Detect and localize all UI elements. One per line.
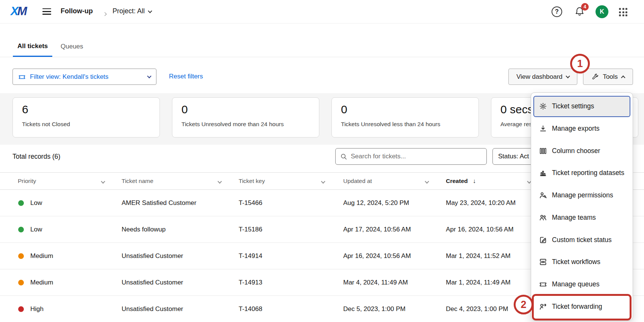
chevron-down-icon[interactable]	[321, 179, 325, 183]
column-header-created[interactable]: Created	[446, 173, 468, 189]
filter-view-label: Filter view: Kendall's tickets	[30, 73, 108, 81]
notification-badge: 4	[581, 3, 589, 11]
cell-created: Apr 16, 2024, 10:56 AM	[446, 226, 514, 233]
columns-icon	[539, 147, 547, 155]
tabs-bar: All tickets Queues	[0, 36, 644, 57]
top-bar: XM Follow-up Project: All ? 4 K	[0, 0, 644, 23]
column-header-ticket-name[interactable]: Ticket name	[122, 173, 153, 189]
priority-dot	[18, 306, 24, 312]
column-header-ticket-key[interactable]: Ticket key	[239, 173, 265, 189]
cell-ticket-name: AMER Satisfied Customer	[122, 199, 196, 207]
menu-item-manage-queues[interactable]: Manage queues	[533, 274, 630, 295]
stat-label: Tickets Unresolved more than 24 hours	[181, 121, 310, 128]
chevron-down-icon[interactable]	[425, 179, 429, 183]
menu-item-ticket-workflows[interactable]: Ticket workflows	[533, 252, 630, 273]
cell-created: Dec 4, 2023, 1:00 PM	[446, 305, 508, 313]
cell-created: Mar 1, 2024, 11:49 AM	[446, 279, 511, 286]
app-window: XM Follow-up Project: All ? 4 K All tick…	[0, 0, 644, 322]
stat-value: 6	[22, 103, 150, 116]
search-box	[335, 148, 487, 165]
gear-icon	[539, 102, 547, 111]
chevron-down-icon[interactable]	[217, 179, 222, 183]
cell-updated-at: Dec 5, 2023, 1:00 PM	[343, 305, 405, 313]
menu-item-manage-teams[interactable]: Manage teams	[533, 207, 630, 228]
menu-item-label: Ticket reporting datasets	[552, 169, 624, 177]
chevron-up-icon	[621, 75, 625, 80]
cell-created: Mar 1, 2024, 11:52 AM	[446, 252, 511, 260]
apps-grid-icon[interactable]	[619, 8, 627, 16]
tools-menu: Ticket settings Manage exports Column ch…	[531, 92, 633, 320]
menu-item-ticket-reporting-datasets[interactable]: Ticket reporting datasets	[533, 163, 630, 184]
person-arrow-icon	[539, 302, 547, 311]
view-dashboard-button[interactable]: View dashboard	[508, 69, 577, 85]
ticket-icon	[539, 280, 547, 288]
annotation-step-1: 1	[570, 54, 590, 73]
stat-card-unresolved-less-24h: 0 Tickets Unresolved less than 24 hours	[331, 97, 479, 138]
menu-item-manage-permissions[interactable]: Manage permissions	[533, 185, 630, 206]
avatar-initial: K	[600, 8, 604, 15]
chevron-down-icon	[148, 9, 152, 13]
menu-item-label: Manage exports	[552, 125, 600, 133]
chevron-down-icon	[566, 74, 570, 78]
question-icon: ?	[555, 8, 559, 15]
tools-button[interactable]: Tools	[583, 69, 633, 85]
tab-queues[interactable]: Queues	[56, 36, 88, 57]
filter-view-dropdown[interactable]: Filter view: Kendall's tickets	[13, 69, 156, 85]
menu-item-label: Ticket settings	[552, 102, 594, 110]
wrench-icon	[591, 73, 599, 81]
priority-dot	[18, 253, 24, 259]
stat-label: Tickets not Closed	[22, 121, 150, 128]
search-input[interactable]	[351, 153, 482, 160]
menu-item-ticket-settings[interactable]: Ticket settings	[533, 96, 630, 117]
breadcrumb-project-selector[interactable]: Project: All	[113, 7, 152, 15]
ticket-icon	[18, 73, 26, 81]
search-icon	[340, 153, 347, 160]
cell-priority: Low	[30, 199, 42, 207]
stat-card-not-closed: 6 Tickets not Closed	[13, 97, 160, 138]
tab-all-tickets[interactable]: All tickets	[13, 36, 52, 57]
stat-value: 0	[341, 103, 469, 116]
cell-ticket-name: Needs followup	[122, 226, 166, 233]
cell-ticket-key: T-14913	[239, 279, 262, 286]
reset-filters-link[interactable]: Reset filters	[169, 73, 203, 80]
cell-updated-at: Mar 4, 2024, 11:49 AM	[343, 279, 408, 286]
column-header-priority[interactable]: Priority	[18, 173, 36, 189]
bar-chart-icon	[539, 169, 547, 177]
stat-card-unresolved-more-24h: 0 Tickets Unresolved more than 24 hours	[172, 97, 319, 138]
cell-priority: Medium	[30, 279, 53, 286]
xm-logo[interactable]: XM	[11, 5, 26, 18]
cell-updated-at: Apr 16, 2024, 10:56 AM	[343, 252, 411, 260]
breadcrumb-section[interactable]: Follow-up	[61, 7, 93, 15]
chevron-right-icon	[103, 10, 106, 17]
cell-ticket-key: T-14914	[239, 252, 262, 260]
notifications-button[interactable]: 4	[574, 6, 586, 17]
people-icon	[539, 213, 547, 222]
cell-ticket-key: T-14068	[239, 305, 262, 313]
cell-ticket-key: T-15186	[239, 226, 262, 233]
menu-item-custom-ticket-status[interactable]: Custom ticket status	[533, 229, 630, 250]
column-header-updated-at[interactable]: Updated at	[343, 173, 372, 189]
breadcrumb-project-label: Project: All	[113, 7, 145, 15]
chevron-down-icon[interactable]	[101, 179, 105, 183]
cell-ticket-name: Unsatisfied Customer	[122, 305, 183, 313]
menu-item-label: Custom ticket status	[552, 236, 612, 244]
stat-value: 0	[181, 103, 310, 116]
cell-ticket-key: T-15466	[239, 199, 262, 207]
menu-item-label: Ticket forwarding	[552, 303, 602, 311]
annotation-number: 1	[577, 58, 583, 70]
total-records-label: Total records (6)	[13, 153, 60, 161]
menu-item-label: Column chooser	[552, 147, 600, 155]
download-icon	[539, 125, 547, 133]
sort-descending-icon[interactable]: ↓	[473, 173, 476, 189]
hamburger-icon[interactable]	[42, 8, 51, 15]
view-dashboard-label: View dashboard	[516, 73, 563, 81]
cell-priority: High	[30, 305, 44, 313]
cell-updated-at: Aug 12, 2024, 5:20 PM	[343, 199, 409, 207]
cell-priority: Medium	[30, 252, 53, 260]
avatar[interactable]: K	[596, 5, 608, 18]
menu-item-manage-exports[interactable]: Manage exports	[533, 118, 630, 139]
menu-item-column-chooser[interactable]: Column chooser	[533, 140, 630, 161]
cell-updated-at: Apr 17, 2024, 10:56 AM	[343, 226, 411, 233]
menu-item-ticket-forwarding[interactable]: Ticket forwarding	[533, 296, 630, 317]
help-button[interactable]: ?	[552, 6, 562, 17]
